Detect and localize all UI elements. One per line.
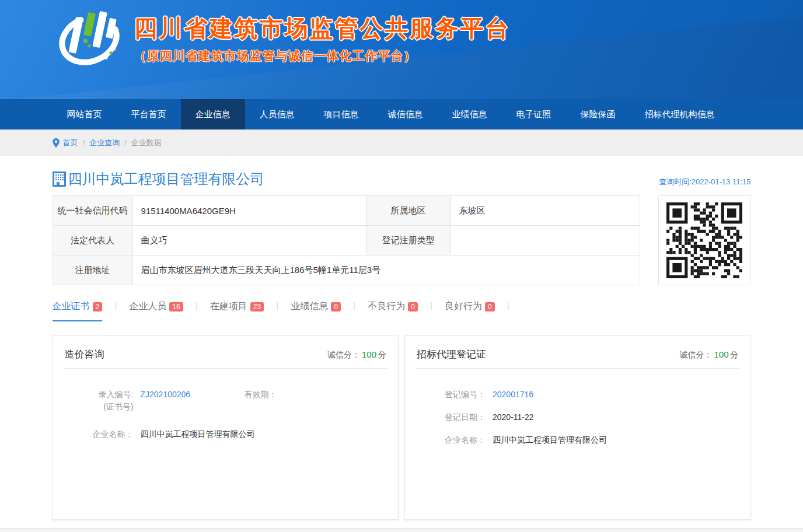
credit-score: 诚信分：100分	[327, 349, 386, 360]
tab-label: 良好行为	[445, 300, 482, 313]
building-icon	[53, 172, 66, 187]
field-label-registration-date: 登记日期：	[420, 411, 486, 424]
table-value-registration-type	[451, 226, 640, 256]
registration-number-link[interactable]: 202001716	[493, 388, 533, 401]
footer-band	[0, 528, 803, 532]
query-time: 查询时间:2022-01-13 11:15	[659, 177, 750, 188]
field-label-registration-no: 登记编号：	[420, 388, 486, 401]
field-value-registration-date: 2020-11-22	[493, 411, 534, 424]
location-pin-icon	[53, 138, 60, 148]
breadcrumb-home[interactable]: 首页	[63, 138, 78, 148]
tab-good-behavior[interactable]: 良好行为 0	[445, 300, 495, 320]
breadcrumb: 首页 / 企业查询 / 企业数据	[0, 130, 803, 156]
nav-item-platform-home[interactable]: 平台首页	[117, 99, 181, 130]
table-value-registered-address: 眉山市东坡区眉州大道东三段天天向上186号5幢1单元11层3号	[133, 256, 640, 285]
tab-separator: |	[353, 300, 355, 311]
nav-item-insurance-guarantee[interactable]: 保险保函	[566, 99, 630, 130]
table-value-region: 东坡区	[451, 196, 640, 226]
tab-count-badge: 0	[408, 302, 418, 312]
tab-label: 不良行为	[368, 300, 405, 313]
tab-separator: |	[114, 300, 117, 311]
tab-enterprise-personnel[interactable]: 企业人员 16	[129, 300, 183, 320]
breadcrumb-enterprise-search[interactable]: 企业查询	[89, 138, 120, 148]
detail-tabs: 企业证书 2 | 企业人员 16 | 在建项目 23 | 业绩信息 0 | 不良…	[53, 300, 751, 323]
table-label-legal-representative: 法定代表人	[53, 226, 133, 256]
table-label-credit-code: 统一社会信用代码	[53, 196, 133, 226]
card-title: 招标代理登记证	[417, 348, 486, 361]
tab-separator: |	[276, 300, 278, 311]
nav-item-credit-info[interactable]: 诚信信息	[373, 99, 438, 130]
tab-count-badge: 16	[169, 302, 183, 312]
tab-count-badge: 0	[331, 302, 341, 312]
tab-label: 企业证书	[53, 300, 90, 313]
nav-item-enterprise-info[interactable]: 企业信息	[181, 99, 245, 130]
site-title: 四川省建筑市场监管公共服务平台	[134, 12, 511, 44]
table-value-credit-code: 91511400MA6420GE9H	[133, 196, 366, 226]
main-nav: 网站首页 平台首页 企业信息 人员信息 项目信息 诚信信息 业绩信息 电子证照 …	[0, 99, 803, 130]
credit-score-unit: 分	[378, 350, 386, 359]
tab-performance-info[interactable]: 业绩信息 0	[291, 300, 341, 320]
tab-label: 企业人员	[129, 300, 166, 313]
nav-item-e-certificate[interactable]: 电子证照	[502, 99, 566, 130]
credit-score-unit: 分	[731, 350, 739, 359]
tab-label: 在建项目	[210, 300, 247, 313]
certificate-card-bidding-agency: 招标代理登记证 诚信分：100分 登记编号： 202001716 登记日期： 2…	[404, 335, 751, 520]
tab-projects-under-construction[interactable]: 在建项目 23	[210, 300, 264, 320]
nav-item-bidding-agency-info[interactable]: 招标代理机构信息	[630, 99, 729, 130]
tab-separator: |	[507, 300, 509, 311]
tab-count-badge: 2	[93, 302, 103, 312]
breadcrumb-separator: /	[124, 138, 127, 147]
breadcrumb-separator: /	[83, 138, 85, 147]
tab-enterprise-certificates[interactable]: 企业证书 2	[53, 300, 103, 321]
field-label-cert-no: 录入编号: (证书号)	[68, 388, 134, 413]
tab-bad-behavior[interactable]: 不良行为 0	[368, 300, 418, 320]
table-label-region: 所属地区	[366, 196, 451, 226]
field-value-company-name: 四川中岚工程项目管理有限公司	[141, 428, 255, 440]
credit-score: 诚信分：100分	[679, 349, 738, 360]
nav-item-personnel-info[interactable]: 人员信息	[245, 99, 309, 130]
field-label-company-name: 企业名称：	[420, 434, 486, 446]
credit-score-label: 诚信分：	[679, 350, 712, 359]
table-label-registration-type: 登记注册类型	[366, 226, 451, 256]
enterprise-info-table: 统一社会信用代码 91511400MA6420GE9H 所属地区 东坡区 法定代…	[53, 195, 640, 285]
site-subtitle: （原四川省建筑市场监管与诚信一体化工作平台）	[134, 48, 511, 64]
credit-score-value: 100	[714, 349, 728, 359]
card-title: 造价咨询	[65, 348, 104, 361]
platform-logo-icon	[53, 4, 126, 72]
site-header: 四川省建筑市场监管公共服务平台 （原四川省建筑市场监管与诚信一体化工作平台）	[0, 0, 803, 99]
nav-item-performance-info[interactable]: 业绩信息	[438, 99, 502, 130]
qr-code	[658, 195, 751, 285]
field-label-company-name: 企业名称：	[68, 428, 134, 440]
page-title: 四川中岚工程项目管理有限公司	[68, 170, 264, 188]
tab-label: 业绩信息	[291, 300, 328, 313]
credit-score-value: 100	[362, 349, 376, 359]
credit-score-label: 诚信分：	[327, 350, 360, 359]
nav-item-project-info[interactable]: 项目信息	[309, 99, 373, 130]
tab-count-badge: 23	[250, 302, 264, 312]
tab-count-badge: 0	[485, 302, 495, 312]
table-value-legal-representative: 曲义巧	[133, 226, 366, 256]
certificate-card-cost-consulting: 造价咨询 诚信分：100分 录入编号: (证书号) ZJ202100206 有效…	[53, 335, 399, 520]
field-label-validity: 有效期：	[245, 388, 277, 413]
tab-separator: |	[195, 300, 198, 311]
nav-item-home[interactable]: 网站首页	[53, 99, 117, 130]
field-value-company-name: 四川中岚工程项目管理有限公司	[493, 434, 607, 446]
breadcrumb-current: 企业数据	[131, 138, 162, 148]
cert-number-link[interactable]: ZJ202100206	[141, 388, 245, 413]
tab-separator: |	[430, 300, 432, 311]
table-label-registered-address: 注册地址	[53, 256, 133, 285]
